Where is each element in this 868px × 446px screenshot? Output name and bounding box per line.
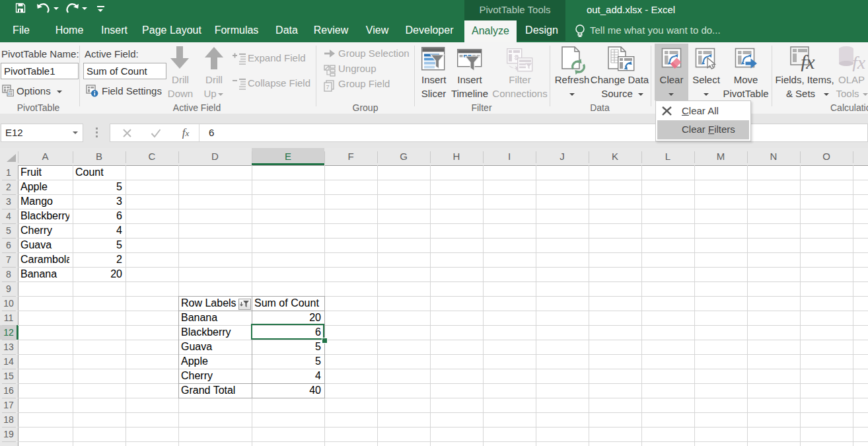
- svg-text:7: 7: [326, 84, 330, 91]
- svg-text:fx: fx: [852, 52, 866, 71]
- svg-text:fx: fx: [801, 51, 815, 71]
